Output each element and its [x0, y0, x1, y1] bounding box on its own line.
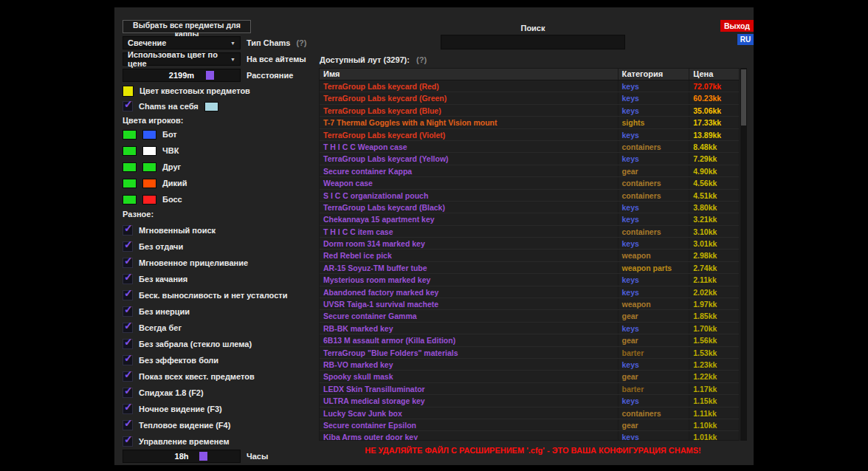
option-label: Без качания [139, 275, 187, 283]
option-checkbox[interactable]: ✓ [123, 388, 133, 398]
table-row[interactable]: Mysterious room marked key keys 2.11kk [320, 274, 739, 286]
help-icon[interactable]: (?) [416, 55, 427, 64]
player-visible-color-swatch[interactable] [123, 162, 137, 172]
item-category: keys [619, 274, 690, 285]
table-row[interactable]: T-7 Thermal Goggles with a Night Vision … [320, 117, 739, 128]
option-checkbox[interactable]: ✓ [123, 436, 133, 447]
option-checkbox[interactable]: ✓ [123, 306, 133, 317]
table-row[interactable]: Lucky Scav Junk box containers 1.11kk [320, 408, 739, 419]
player-visible-color-swatch[interactable] [123, 130, 137, 140]
table-row[interactable]: TerraGroup Labs keycard (Yellow) keys 7.… [320, 153, 739, 165]
table-row[interactable]: AR-15 Soyuz-TM buffer tube weapon parts … [320, 262, 739, 274]
search-input[interactable] [441, 35, 625, 49]
option-label: Мгновенное прицеливание [139, 258, 248, 267]
player-visible-color-swatch[interactable] [123, 146, 137, 156]
option-checkbox[interactable]: ✓ [123, 323, 133, 333]
check-icon: ✓ [124, 288, 133, 298]
table-row[interactable]: T H I C C Weapon case containers 8.48kk [320, 141, 739, 153]
option-checkbox[interactable]: ✓ [123, 339, 133, 349]
table-row[interactable]: Spooky skull mask gear 1.22kk [320, 371, 739, 382]
player-color-row: ЧВК [123, 145, 187, 156]
hours-slider[interactable]: 18h [123, 450, 241, 463]
option-checkbox[interactable]: ✓ [123, 290, 133, 300]
option-checkbox[interactable]: ✓ [123, 258, 133, 268]
color-by-price-value: Использовать цвет по цене [128, 50, 230, 68]
table-row[interactable]: LEDX Skin Transilluminator barter 1.17kk [320, 383, 739, 395]
player-hidden-color-swatch[interactable] [142, 195, 156, 204]
table-row[interactable]: Kiba Arms outer door key keys 1.01kk [320, 431, 739, 441]
item-price: 1.11kk [689, 408, 739, 419]
player-hidden-color-swatch[interactable] [142, 146, 156, 156]
item-category: containers [619, 177, 690, 188]
table-row[interactable]: Weapon case containers 4.56kk [320, 177, 739, 189]
column-header-category[interactable]: Категория [619, 69, 690, 80]
option-checkbox[interactable]: ✓ [123, 420, 133, 430]
player-visible-color-swatch[interactable] [123, 195, 137, 204]
item-name: T H I C C Weapon case [320, 141, 619, 152]
option-checkbox[interactable]: ✓ [123, 241, 133, 252]
misc-option-row: ✓ Без отдачи [123, 241, 287, 252]
slider-handle[interactable] [206, 71, 214, 80]
table-row[interactable]: Secure container Epsilon gear 1.10kk [320, 419, 739, 431]
item-category: gear [619, 334, 690, 345]
loot-table: Имя Категория Цена TerraGroup Labs keyca… [319, 68, 740, 441]
table-row[interactable]: TerraGroup Labs keycard (Black) keys 3.8… [320, 202, 739, 213]
slider-handle[interactable] [199, 452, 207, 461]
item-category: weapon [619, 250, 690, 261]
table-row[interactable]: TerraGroup Labs keycard (Green) keys 60.… [320, 92, 739, 104]
option-checkbox[interactable]: ✓ [123, 274, 133, 284]
table-row[interactable]: Secure container Kappa gear 4.90kk [320, 165, 739, 177]
item-price: 2.98kk [689, 250, 739, 261]
table-row[interactable]: UVSR Taiga-1 survival machete weapon 1.9… [320, 298, 739, 310]
table-row[interactable]: ULTRA medical storage key keys 1.15kk [320, 395, 739, 407]
player-hidden-color-swatch[interactable] [142, 162, 156, 172]
table-scrollbar[interactable] [740, 68, 747, 441]
table-row[interactable]: Red Rebel ice pick weapon 2.98kk [320, 250, 739, 261]
table-row[interactable]: TerraGroup Labs keycard (Red) keys 72.07… [320, 80, 739, 92]
scrollbar-thumb[interactable] [741, 69, 746, 126]
option-label: Беск. выносливость и нет усталости [139, 291, 287, 300]
table-row[interactable]: Chekannaya 15 apartment key keys 3.21kk [320, 213, 739, 225]
chams-self-checkbox[interactable]: ✓ [123, 101, 133, 111]
table-row[interactable]: Secure container Gamma gear 1.85kk [320, 310, 739, 322]
help-icon[interactable]: (?) [296, 38, 306, 47]
hours-value: 18h [123, 450, 240, 462]
item-name: TerraGroup "Blue Folders" materials [320, 347, 619, 358]
config-warning-text: НЕ УДАЛЯЙТЕ ФАЙЛ С РАСШИРЕНИЕМ '.cfg' - … [319, 446, 747, 455]
player-hidden-color-swatch[interactable] [142, 179, 156, 188]
misc-option-row: ✓ Беск. выносливость и нет усталости [123, 290, 287, 300]
table-row[interactable]: Abandoned factory marked key keys 2.02kk [320, 286, 739, 298]
table-row[interactable]: TerraGroup "Blue Folders" materials bart… [320, 347, 739, 359]
table-row[interactable]: 6B13 M assault armor (Killa Edition) gea… [320, 334, 739, 346]
table-row[interactable]: Dorm room 314 marked key keys 3.01kk [320, 238, 739, 250]
item-category: gear [619, 310, 690, 321]
select-all-kappa-button[interactable]: Выбрать все предметы для каппы [123, 20, 251, 33]
option-checkbox[interactable]: ✓ [123, 371, 133, 382]
option-checkbox[interactable]: ✓ [123, 355, 133, 365]
table-row[interactable]: RB-VO marked key keys 1.23kk [320, 359, 739, 371]
table-row[interactable]: TerraGroup Labs keycard (Violet) keys 13… [320, 129, 739, 141]
option-checkbox[interactable]: ✓ [123, 225, 133, 236]
table-row[interactable]: T H I C C item case containers 3.10kk [320, 226, 739, 238]
column-header-name[interactable]: Имя [320, 69, 619, 80]
chams-self-color-swatch[interactable] [204, 102, 218, 111]
quest-items-color-swatch[interactable] [123, 86, 134, 97]
language-badge[interactable]: RU [737, 34, 754, 45]
chams-type-dropdown[interactable]: Свечение ▼ [123, 36, 241, 49]
table-row[interactable]: S I C C organizational pouch containers … [320, 190, 739, 202]
column-header-price[interactable]: Цена [689, 69, 739, 80]
item-category: containers [619, 141, 690, 152]
table-row[interactable]: TerraGroup Labs keycard (Blue) keys 35.0… [320, 105, 739, 117]
player-visible-color-swatch[interactable] [123, 179, 137, 188]
player-colors-heading: Цвета игроков: [123, 116, 183, 125]
player-hidden-color-swatch[interactable] [142, 130, 156, 140]
item-category: keys [619, 323, 690, 334]
exit-button[interactable]: Выход [720, 20, 754, 32]
option-checkbox[interactable]: ✓ [123, 404, 133, 414]
color-by-price-dropdown[interactable]: Использовать цвет по цене ▼ [123, 52, 241, 66]
option-label: Всегда бег [139, 323, 182, 332]
misc-option-row: ✓ Всегда бег [123, 323, 287, 333]
misc-option-row: ✓ Спидхак 1.8 (F2) [123, 388, 287, 398]
distance-slider[interactable]: 2199m [123, 69, 241, 82]
table-row[interactable]: RB-BK marked key keys 1.70kk [320, 323, 739, 334]
